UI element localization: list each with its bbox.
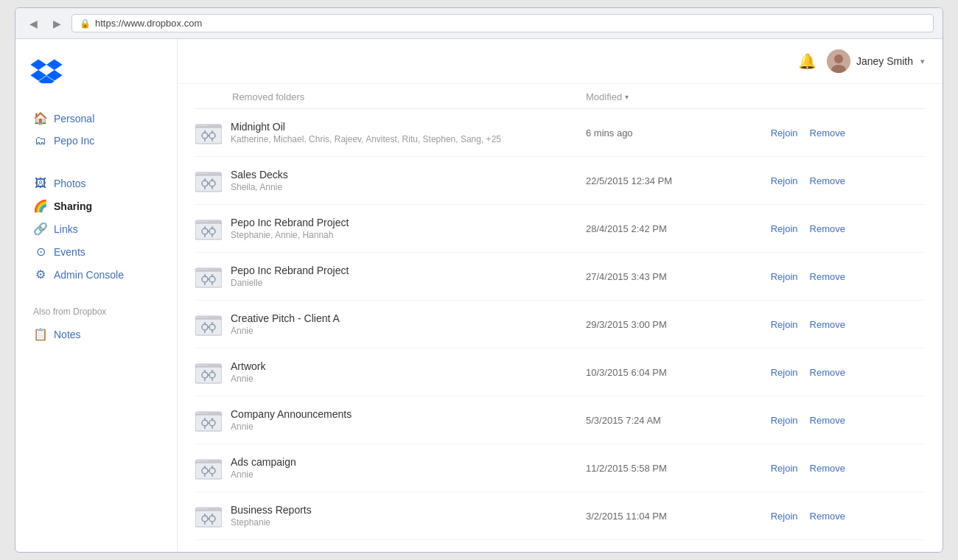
sharing-icon: 🌈 [33,199,48,213]
sidebar-item-photos[interactable]: 🖼 Photos [30,172,162,195]
rejoin-link[interactable]: Rejoin [771,175,798,186]
sidebar-label-notes: Notes [54,329,81,340]
folder-title: Creative Pitch - Client A [231,312,340,324]
remove-link[interactable]: Remove [810,367,845,378]
sidebar-secondary-nav: 🖼 Photos 🌈 Sharing 🔗 Links ⊙ Events ⚙ [30,172,162,286]
remove-link[interactable]: Remove [810,463,845,474]
table-row: Midnight Oil Katherine, Michael, Chris, … [195,109,925,157]
table-row: Pepo Inc Rebrand Project Danielle 27/4/2… [195,253,925,301]
modified-cell: 22/5/2015 12:34 PM [586,175,748,186]
folder-title: Sales Decks [231,169,288,181]
remove-link[interactable]: Remove [810,415,845,426]
sidebar-item-notes[interactable]: 📋 Notes [30,323,162,346]
table-row: Artwork Annie 10/3/2015 6:04 PM Rejoin R… [195,349,925,396]
sidebar-item-events[interactable]: ⊙ Events [30,240,162,263]
sidebar-item-personal[interactable]: 🏠 Personal [30,107,162,130]
modified-cell: 6 mins ago [586,127,748,139]
modified-cell: 10/3/2015 6:04 PM [586,367,748,378]
table-row: Pepo Inc Rebrand Project Stephanie, Anni… [195,205,925,253]
address-bar[interactable]: 🔒 https://www.dropbox.com [71,14,934,32]
rejoin-link[interactable]: Rejoin [771,223,798,234]
sidebar-label-photos: Photos [54,178,86,189]
sidebar-item-admin-console[interactable]: ⚙ Admin Console [30,263,162,286]
modified-cell: 27/4/2015 3:43 PM [586,271,748,282]
dropbox-logo [30,57,162,86]
shared-folder-icon [195,215,222,242]
folder-members: Annie [231,374,265,384]
action-cell: Rejoin Remove [748,463,851,474]
folder-name-cell: Ads campaign Annie [195,455,586,481]
also-from-dropbox-label: Also from Dropbox [30,307,162,317]
browser-toolbar: ◀ ▶ 🔒 https://www.dropbox.com [15,8,943,39]
folder-members: Annie [231,326,340,336]
folder-members: Katherine, Michael, Chris, Rajeev, Anvit… [231,134,501,144]
remove-link[interactable]: Remove [810,271,845,282]
remove-link[interactable]: Remove [810,127,845,139]
folder-title: Business Reports [231,504,312,516]
folder-rows: Midnight Oil Katherine, Michael, Chris, … [195,109,925,540]
sidebar: 🏠 Personal 🗂 Pepo Inc 🖼 Photos 🌈 Sharing [15,39,178,552]
sidebar-item-links[interactable]: 🔗 Links [30,217,162,240]
action-cell: Rejoin Remove [748,415,851,426]
lock-icon: 🔒 [80,18,91,29]
remove-link[interactable]: Remove [810,319,845,330]
col-actions2-header [851,91,925,102]
rejoin-link[interactable]: Rejoin [771,127,798,139]
notification-bell-icon[interactable]: 🔔 [798,52,817,70]
rejoin-link[interactable]: Rejoin [771,367,798,378]
folder-title: Ads campaign [231,456,296,468]
col-modified-header[interactable]: Modified ▾ [586,91,748,102]
shared-folder-icon [195,311,222,337]
sidebar-item-pepo-inc[interactable]: 🗂 Pepo Inc [30,130,162,152]
main-area: 🔔 Janey Smith ▾ [178,39,943,552]
folder-title: Midnight Oil [231,121,501,133]
folder-members: Stephanie [231,517,312,528]
sidebar-primary-nav: 🏠 Personal 🗂 Pepo Inc [30,107,162,152]
folder-members: Annie [231,421,352,432]
user-name: Janey Smith [856,55,913,67]
sidebar-label-pepo-inc: Pepo Inc [54,135,94,147]
sidebar-label-links: Links [54,223,78,235]
sidebar-label-personal: Personal [54,113,94,125]
chevron-down-icon: ▾ [920,57,925,66]
remove-link[interactable]: Remove [810,511,845,522]
notes-icon: 📋 [33,327,48,341]
user-info[interactable]: Janey Smith ▾ [827,49,925,73]
folder-name-cell: Artwork Annie [195,359,586,385]
sidebar-label-admin-console: Admin Console [54,269,124,281]
forward-button[interactable]: ▶ [48,15,66,32]
modified-cell: 29/3/2015 3:00 PM [586,319,748,330]
sidebar-item-sharing[interactable]: 🌈 Sharing [30,195,162,217]
action-cell: Rejoin Remove [748,511,851,522]
remove-link[interactable]: Remove [810,223,845,234]
rejoin-link[interactable]: Rejoin [771,415,798,426]
folder-title: Pepo Inc Rebrand Project [231,265,349,276]
folder-members: Danielle [231,278,349,288]
folder-members: Stephanie, Annie, Hannah [231,230,349,240]
links-icon: 🔗 [33,222,48,236]
remove-link[interactable]: Remove [810,175,845,186]
svg-point-1 [834,55,843,63]
folder-title: Pepo Inc Rebrand Project [231,217,349,228]
sidebar-label-sharing: Sharing [54,200,92,212]
folder-title: Artwork [231,360,265,372]
folder-members: Annie [231,469,296,480]
modified-cell: 11/2/2015 5:58 PM [586,463,748,474]
folder-members: Sheila, Annie [231,182,288,192]
table-row: Sales Decks Sheila, Annie 22/5/2015 12:3… [195,157,925,205]
table-row: Creative Pitch - Client A Annie 29/3/201… [195,301,925,349]
folder-name-cell: Business Reports Stephanie [195,503,586,529]
folder-name-cell: Sales Decks Sheila, Annie [195,167,586,194]
rejoin-link[interactable]: Rejoin [771,511,798,522]
rejoin-link[interactable]: Rejoin [771,319,798,330]
folder-name-cell: Creative Pitch - Client A Annie [195,311,586,337]
rejoin-link[interactable]: Rejoin [771,463,798,474]
col-folder-header: Removed folders [232,91,586,102]
table-row: Company Announcements Annie 5/3/2015 7:2… [195,396,925,444]
back-button[interactable]: ◀ [24,15,42,32]
rejoin-link[interactable]: Rejoin [771,271,798,282]
briefcase-icon: 🗂 [33,134,48,147]
gear-icon: ⚙ [33,267,48,281]
table-header: Removed folders Modified ▾ [195,84,925,109]
sidebar-extra-nav: 📋 Notes [30,323,162,346]
